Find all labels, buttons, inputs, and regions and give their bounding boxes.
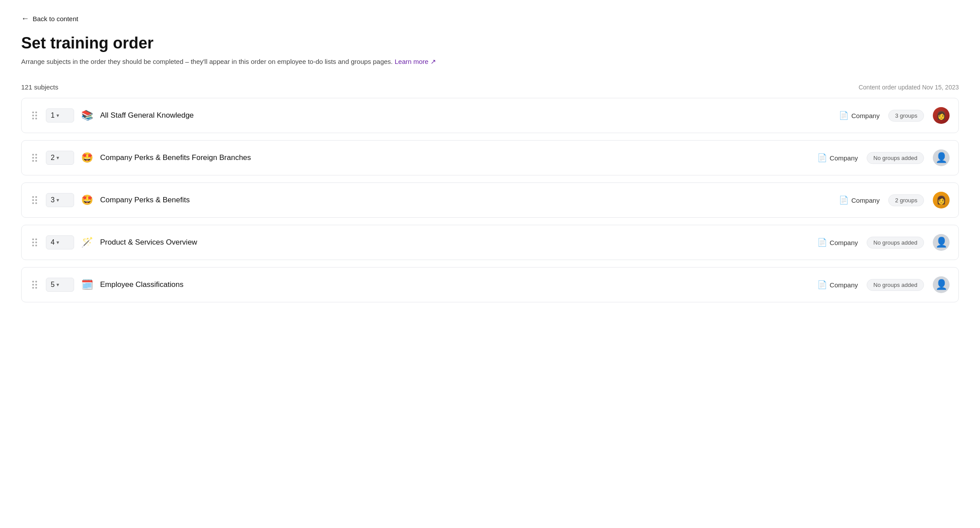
order-select-1[interactable]: 1 ▾: [46, 108, 74, 123]
order-number: 5: [51, 281, 55, 289]
groups-badge: No groups added: [867, 152, 924, 164]
order-select-5[interactable]: 5 ▾: [46, 278, 74, 292]
order-number: 2: [51, 154, 55, 162]
content-order-updated: Content order updated Nov 15, 2023: [859, 84, 959, 91]
list-header: 121 subjects Content order updated Nov 1…: [21, 83, 959, 91]
chevron-down-icon: ▾: [56, 155, 59, 161]
table-row: 5 ▾ 🗓️ Employee Classifications 📄 Compan…: [21, 267, 959, 302]
back-label: Back to content: [33, 15, 78, 22]
company-label: 📄 Company: [839, 195, 879, 205]
training-list: 1 ▾ 📚 All Staff General Knowledge 📄 Comp…: [21, 98, 959, 309]
company-label: 📄 Company: [839, 111, 879, 120]
avatar: 👩: [933, 107, 950, 124]
avatar: 👤: [933, 149, 950, 166]
subject-emoji: 📚: [81, 110, 93, 121]
chevron-down-icon: ▾: [56, 197, 59, 203]
back-to-content-link[interactable]: ← Back to content: [21, 14, 78, 23]
doc-icon: 📄: [817, 280, 827, 290]
right-section: 📄 Company 2 groups 👩: [839, 192, 950, 208]
doc-icon: 📄: [817, 153, 827, 163]
company-name: Company: [851, 197, 879, 204]
avatar: 👩: [933, 192, 950, 208]
order-select-4[interactable]: 4 ▾: [46, 235, 74, 249]
subject-name: Company Perks & Benefits: [100, 196, 832, 205]
order-number: 3: [51, 196, 55, 204]
company-label: 📄 Company: [817, 153, 858, 163]
table-row: 4 ▾ 🪄 Product & Services Overview 📄 Comp…: [21, 225, 959, 260]
avatar: 👤: [933, 234, 950, 251]
subject-emoji: 🤩: [81, 152, 93, 164]
right-section: 📄 Company 3 groups 👩: [839, 107, 950, 124]
groups-badge: 3 groups: [888, 110, 924, 122]
right-section: 📄 Company No groups added 👤: [817, 149, 950, 166]
subject-name: Product & Services Overview: [100, 238, 810, 247]
order-number: 1: [51, 112, 55, 119]
avatar-placeholder-icon: 👤: [935, 237, 947, 248]
subject-name: Company Perks & Benefits Foreign Branche…: [100, 153, 810, 162]
avatar-placeholder-icon: 👤: [935, 279, 947, 290]
company-label: 📄 Company: [817, 238, 858, 247]
avatar: 👤: [933, 276, 950, 293]
back-arrow-icon: ←: [21, 14, 29, 23]
company-name: Company: [830, 154, 858, 162]
learn-more-link[interactable]: Learn more ↗: [395, 58, 436, 65]
chevron-down-icon: ▾: [56, 282, 59, 288]
doc-icon: 📄: [817, 238, 827, 247]
subject-name: All Staff General Knowledge: [100, 111, 832, 120]
doc-icon: 📄: [839, 195, 849, 205]
order-number: 4: [51, 238, 55, 246]
chevron-down-icon: ▾: [56, 112, 59, 119]
chevron-down-icon: ▾: [56, 239, 59, 245]
subject-emoji: 🤩: [81, 194, 93, 206]
drag-handle[interactable]: [30, 194, 39, 206]
company-name: Company: [830, 239, 858, 246]
drag-handle[interactable]: [30, 152, 39, 164]
subject-emoji: 🗓️: [81, 279, 93, 290]
order-select-2[interactable]: 2 ▾: [46, 151, 74, 165]
right-section: 📄 Company No groups added 👤: [817, 276, 950, 293]
company-name: Company: [830, 281, 858, 289]
company-name: Company: [851, 112, 879, 119]
groups-badge: 2 groups: [888, 194, 924, 206]
page-title: Set training order: [21, 34, 959, 52]
doc-icon: 📄: [839, 111, 849, 120]
avatar-placeholder-icon: 👤: [935, 152, 947, 164]
order-select-3[interactable]: 3 ▾: [46, 193, 74, 207]
company-label: 📄 Company: [817, 280, 858, 290]
subject-count: 121 subjects: [21, 83, 58, 91]
drag-handle[interactable]: [30, 237, 39, 248]
drag-handle[interactable]: [30, 110, 39, 121]
subject-emoji: 🪄: [81, 237, 93, 248]
groups-badge: No groups added: [867, 237, 924, 249]
page-subtitle: Arrange subjects in the order they shoul…: [21, 58, 959, 66]
subject-name: Employee Classifications: [100, 280, 810, 289]
groups-badge: No groups added: [867, 279, 924, 291]
table-row: 2 ▾ 🤩 Company Perks & Benefits Foreign B…: [21, 140, 959, 175]
right-section: 📄 Company No groups added 👤: [817, 234, 950, 251]
drag-handle[interactable]: [30, 279, 39, 290]
table-row: 1 ▾ 📚 All Staff General Knowledge 📄 Comp…: [21, 98, 959, 133]
table-row: 3 ▾ 🤩 Company Perks & Benefits 📄 Company…: [21, 182, 959, 218]
